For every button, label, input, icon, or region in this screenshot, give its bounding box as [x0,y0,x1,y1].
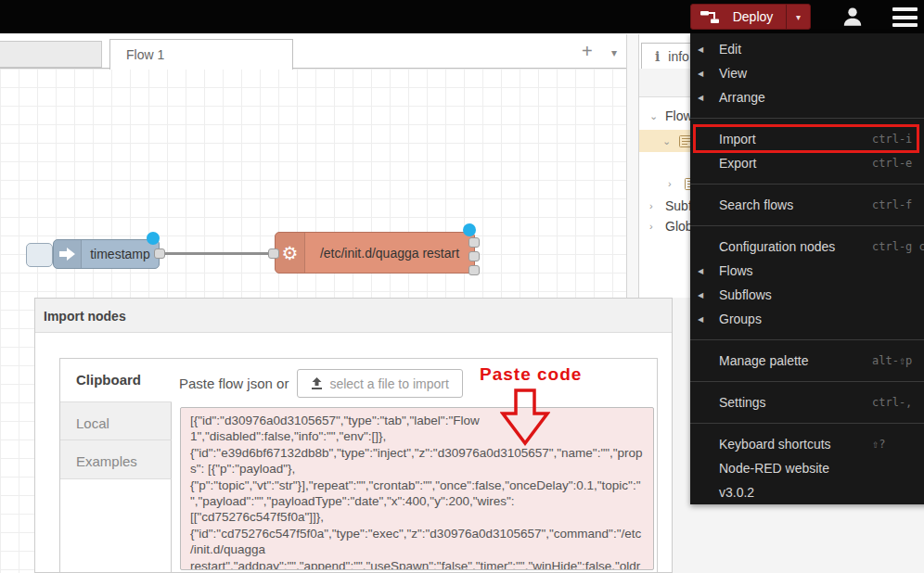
deploy-button[interactable]: Deploy ▾ [690,4,811,30]
exec-input-port[interactable] [268,248,279,259]
menu-item-import[interactable]: Import ctrl-i [690,127,924,151]
submenu-left-arrow-icon: ◀ [698,70,703,78]
submenu-left-arrow-icon: ◀ [698,45,703,54]
menu-label: Export [719,156,756,171]
chevron-down-icon: ⌄ [662,135,674,147]
menu-item-arrange[interactable]: ◀ Arrange [690,85,924,109]
changed-indicator-dot [463,223,476,236]
menu-label: v3.0.2 [719,485,754,500]
menu-label: Node-RED website [719,461,829,476]
menu-label: Edit [719,42,741,57]
menu-separator [690,339,924,340]
paste-json-label: Paste flow json or [179,376,289,391]
select-file-label: select a file to import [329,376,448,391]
submenu-left-arrow-icon: ◀ [698,315,703,324]
menu-shortcut: ⇧? [872,438,885,451]
menu-item-manage-palette[interactable]: Manage palette alt-⇧p [690,349,924,373]
menu-shortcut: ctrl-i [872,133,912,146]
workspace-tab-flow1[interactable]: Flow 1 [109,39,293,70]
hamburger-icon [892,7,918,11]
menu-separator [690,423,924,424]
import-dialog-body: Clipboard Local Examples Paste flow json… [59,358,658,573]
menu-item-flows[interactable]: ◀ Flows [690,259,924,283]
menu-shortcut: ctrl-, [872,396,912,409]
deploy-options-chevron-icon[interactable]: ▾ [786,5,810,29]
inject-node-label: timestamp [82,247,159,261]
menu-item-configuration-nodes[interactable]: Configuration nodes ctrl-g c [690,235,924,259]
tab-local[interactable]: Local [60,402,172,440]
import-tab-strip: Clipboard Local Examples [60,359,172,573]
menu-label: Groups [719,312,762,326]
main-header: Deploy ▾ [0,0,924,33]
menu-item-nodered-website[interactable]: Node-RED website [690,456,924,480]
chevron-right-icon: › [668,178,679,189]
import-content: Paste flow json or select a file to impo… [172,359,657,573]
info-icon: i [655,49,660,64]
main-dropdown-menu: ◀ Edit ◀ View ◀ Arrange Import ctrl-i Ex… [690,33,924,504]
exec-output-port-3[interactable] [468,265,480,275]
import-nodes-dialog: Import nodes Clipboard Local Examples Pa… [34,298,673,573]
menu-item-search-flows[interactable]: Search flows ctrl-f [690,193,924,217]
menu-separator [690,184,924,185]
menu-label: Keyboard shortcuts [719,437,831,452]
exec-output-port-2[interactable] [468,251,480,261]
menu-item-version[interactable]: v3.0.2 [690,480,924,504]
tab-examples[interactable]: Examples [60,440,172,479]
deploy-nodes-icon [700,9,720,25]
submenu-left-arrow-icon: ◀ [698,94,703,102]
menu-item-subflows[interactable]: ◀ Subflows [690,283,924,307]
tab-strip-filler [60,479,172,573]
submenu-left-arrow-icon: ◀ [698,291,703,299]
changed-indicator-dot [147,232,160,245]
tab-clipboard[interactable]: Clipboard [60,359,172,402]
menu-item-view[interactable]: ◀ View [690,61,924,85]
inject-trigger-button[interactable] [26,243,53,267]
red-down-arrow-icon [500,388,550,446]
menu-shortcut: alt-⇧p [872,354,912,367]
select-file-button[interactable]: select a file to import [297,369,462,398]
menu-label: Arrange [719,90,765,105]
menu-separator [690,118,924,119]
exec-output-port-1[interactable] [468,237,480,248]
import-json-textarea[interactable]: [{"id":"d30976a0d3105657","type":"tab","… [180,407,654,570]
menu-separator [690,381,924,382]
inject-arrow-icon [54,240,82,268]
user-button[interactable] [841,5,866,29]
user-icon [841,5,865,29]
menu-label: Flows [719,263,753,278]
exec-node-label: /etc/init.d/quagga restart [305,246,474,261]
menu-item-keyboard-shortcuts[interactable]: Keyboard shortcuts ⇧? [690,432,924,456]
menu-shortcut: ctrl-f [872,198,912,211]
menu-item-groups[interactable]: ◀ Groups [690,307,924,331]
deploy-label: Deploy [720,9,786,24]
menu-label: Settings [719,395,766,410]
hamburger-icon [892,23,918,27]
chevron-right-icon: › [649,200,661,211]
dialog-title: Import nodes [35,299,672,333]
inject-node-timestamp[interactable]: timestamp [53,239,160,269]
menu-shortcut: ctrl-g c [872,240,924,253]
hamburger-icon [892,16,918,19]
menu-item-export[interactable]: Export ctrl-e [690,151,924,175]
menu-label: Subflows [719,287,772,302]
paste-code-annotation: Paste code [480,364,582,385]
menu-item-edit[interactable]: ◀ Edit [690,37,924,61]
add-flow-button[interactable]: + [582,41,593,62]
chevron-right-icon: › [649,221,661,232]
node-red-app: Flow 1 + ▾ i info ⌄ Flows ⌄ › [0,0,924,573]
chevron-down-icon: ⌄ [649,110,661,122]
main-menu-button[interactable] [892,7,918,27]
upload-icon [311,377,323,389]
submenu-left-arrow-icon: ◀ [698,267,703,275]
menu-item-settings[interactable]: Settings ctrl-, [690,390,924,414]
menu-label: Search flows [719,197,793,212]
exec-node-quagga-restart[interactable]: ⚙ /etc/init.d/quagga restart [275,232,475,274]
info-tab-label: info [668,49,689,64]
menu-separator [690,225,924,226]
inject-output-port[interactable] [154,248,165,259]
menu-label: Manage palette [719,353,809,368]
flow-list-button[interactable]: ▾ [611,46,617,59]
menu-label: Configuration nodes [719,239,835,254]
wire-inject-to-exec[interactable] [164,252,275,255]
workspace-tab-partial[interactable] [0,41,102,68]
